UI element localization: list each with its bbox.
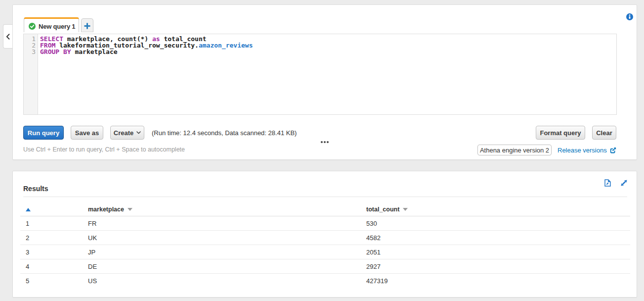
chevron-left-icon — [6, 34, 10, 40]
dot — [327, 141, 329, 143]
cell-row-number: 1 — [20, 220, 88, 227]
expand-results-icon[interactable] — [620, 179, 628, 187]
cell-total-count: 2927 — [366, 263, 630, 270]
cell-marketplace: FR — [88, 220, 366, 227]
cell-row-number: 4 — [20, 263, 88, 270]
create-label: Create — [114, 129, 133, 137]
new-query-tab-button[interactable] — [81, 18, 93, 32]
results-header-row: marketplacetotal_count — [20, 197, 630, 216]
expand-left-panel-button[interactable] — [3, 24, 12, 49]
cell-total-count: 4582 — [366, 234, 630, 242]
dot — [324, 141, 326, 143]
query-editor-card: New query 1 123 SELECT marketplace, coun… — [12, 4, 637, 160]
sql-line: GROUP BY marketplace — [40, 49, 253, 55]
cell-row-number: 3 — [20, 249, 88, 256]
cell-marketplace: UK — [88, 234, 366, 242]
row-number-sort-header[interactable] — [20, 208, 88, 211]
save-as-label: Save as — [75, 129, 99, 137]
cell-row-number: 5 — [20, 277, 88, 285]
format-query-label: Format query — [540, 129, 581, 137]
results-title: Results — [23, 185, 48, 193]
run-stats-text: (Run time: 12.4 seconds, Data scanned: 2… — [152, 126, 297, 140]
editor-line-numbers: 123 — [24, 34, 38, 114]
sort-ascending-icon — [26, 208, 31, 211]
column-menu-caret-icon — [403, 208, 408, 211]
keyboard-hint-text: Use Ctrl + Enter to run query, Ctrl + Sp… — [23, 146, 185, 153]
sql-editor[interactable]: 123 SELECT marketplace, count(*) as tota… — [23, 34, 617, 115]
external-link-icon — [610, 147, 616, 153]
results-card: Results marketplacetotal_count1FR5302UK4… — [12, 171, 637, 298]
table-row: 2UK4582 — [20, 231, 630, 245]
query-success-check-icon — [29, 23, 36, 30]
cell-marketplace: US — [88, 277, 366, 285]
save-as-button[interactable]: Save as — [71, 126, 103, 140]
release-versions-link[interactable]: Release versions — [558, 145, 616, 155]
engine-version-badge[interactable]: Athena engine version 2 — [477, 145, 552, 155]
table-row: 5US427319 — [20, 274, 630, 288]
chevron-down-icon — [136, 131, 141, 134]
table-row: 3JP2051 — [20, 245, 630, 259]
tab-new-query-1[interactable]: New query 1 — [24, 17, 79, 32]
cell-total-count: 427319 — [366, 277, 630, 285]
cell-row-number: 2 — [20, 234, 88, 242]
info-icon[interactable] — [626, 13, 633, 20]
editor-resize-handle[interactable] — [320, 141, 329, 144]
column-header-marketplace[interactable]: marketplace — [88, 206, 366, 213]
create-dropdown-button[interactable]: Create — [110, 126, 144, 140]
format-query-button[interactable]: Format query — [536, 126, 585, 140]
sql-code: SELECT marketplace, count(*) as total_co… — [38, 34, 253, 114]
engine-badge-label: Athena engine version 2 — [480, 147, 549, 154]
clear-button[interactable]: Clear — [592, 126, 616, 140]
cell-total-count: 2051 — [366, 249, 630, 256]
plus-icon — [84, 23, 90, 29]
tab-label: New query 1 — [39, 23, 75, 30]
cell-total-count: 530 — [366, 220, 630, 227]
run-query-button[interactable]: Run query — [23, 126, 64, 140]
line-number: 3 — [24, 49, 36, 55]
column-menu-caret-icon — [128, 208, 132, 211]
clear-label: Clear — [596, 129, 612, 137]
dot — [321, 141, 323, 143]
results-table: marketplacetotal_count1FR5302UK45823JP20… — [20, 197, 630, 288]
table-row: 1FR530 — [20, 216, 630, 231]
table-row: 4DE2927 — [20, 259, 630, 274]
column-header-total-count[interactable]: total_count — [366, 206, 630, 213]
run-query-label: Run query — [28, 129, 59, 137]
release-versions-label: Release versions — [558, 147, 607, 154]
cell-marketplace: DE — [88, 263, 366, 270]
download-results-icon[interactable] — [604, 179, 612, 187]
cell-marketplace: JP — [88, 249, 366, 256]
